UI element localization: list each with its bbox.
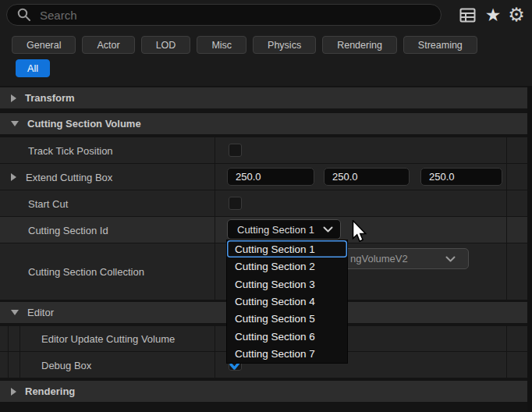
indent-guide (20, 326, 20, 351)
settings-gear-icon[interactable]: ⚙ (505, 0, 527, 30)
dropdown-option-4[interactable]: Cutting Section 4 (227, 293, 347, 310)
row-start-cut: Start Cut (0, 190, 527, 216)
chevron-down-icon (323, 226, 333, 233)
dropdown-option-2[interactable]: Cutting Section 2 (227, 258, 347, 275)
extend-z-field[interactable] (420, 168, 502, 186)
cutting-section-id-dropdown[interactable]: Cutting Section 1 (227, 219, 341, 240)
property-label: Start Cut (28, 197, 68, 209)
category-label: Cutting Section Volume (27, 118, 141, 130)
column-divider (215, 217, 215, 243)
table-view-icon[interactable] (457, 0, 477, 30)
cutting-section-id-dropdown-list: Cutting Section 1 Cutting Section 2 Cutt… (226, 240, 348, 364)
filter-misc[interactable]: Misc (197, 36, 246, 54)
dropdown-option-7[interactable]: Cutting Section 7 (227, 346, 347, 363)
column-divider (215, 326, 215, 351)
category-header-rendering[interactable]: Rendering (0, 381, 527, 402)
indent-guide (8, 326, 9, 351)
property-label: Extend Cutting Box (26, 171, 112, 183)
scrollbar-track[interactable] (527, 86, 532, 412)
property-label: Track Tick Position (28, 144, 113, 156)
collapsed-arrow-icon (11, 94, 16, 102)
dropdown-option-3[interactable]: Cutting Section 3 (227, 275, 347, 293)
column-divider (215, 352, 215, 378)
expanded-arrow-icon (11, 121, 19, 126)
start-cut-checkbox[interactable] (229, 197, 242, 210)
column-divider (506, 352, 507, 378)
dropdown-option-1[interactable]: Cutting Section 1 (227, 240, 347, 258)
dropdown-option-6[interactable]: Cutting Section 6 (227, 328, 347, 345)
property-label: Editor Update Cutting Volume (41, 333, 175, 345)
filter-rendering[interactable]: Rendering (322, 36, 397, 54)
column-divider (506, 190, 507, 216)
collapsed-arrow-icon[interactable] (11, 173, 16, 181)
column-divider (506, 326, 507, 351)
search-input[interactable] (38, 8, 430, 23)
favorites-star-icon[interactable]: ★ (482, 0, 504, 30)
property-label: Cutting Section Collection (28, 266, 144, 278)
category-header-cutting-section-volume[interactable]: Cutting Section Volume (0, 113, 527, 134)
category-label: Transform (25, 92, 75, 104)
property-label: Cutting Section Id (28, 224, 108, 236)
details-panel-window: ★ ⚙ General Actor LOD Misc Physics Rende… (0, 0, 532, 412)
category-filter-bar: General Actor LOD Misc Physics Rendering… (12, 36, 477, 54)
chevron-down-icon (445, 256, 456, 262)
column-divider (506, 164, 507, 190)
extend-x-field[interactable] (227, 168, 314, 186)
row-track-tick-position: Track Tick Position (0, 137, 527, 163)
column-divider (215, 190, 215, 216)
indent-guide (20, 352, 20, 378)
indent-guide (8, 352, 9, 378)
column-divider (506, 217, 507, 243)
column-divider (215, 164, 215, 190)
filter-general[interactable]: General (12, 36, 76, 54)
property-label: Debug Box (41, 359, 91, 371)
column-divider (506, 243, 507, 300)
filter-actor[interactable]: Actor (82, 36, 134, 54)
expanded-arrow-icon (11, 310, 19, 315)
category-label: Rendering (25, 385, 75, 397)
dropdown-value: ngVolumeV2 (350, 253, 408, 265)
track-tick-position-checkbox[interactable] (229, 144, 242, 157)
filter-streaming[interactable]: Streaming (403, 36, 477, 54)
search-bar (6, 4, 442, 26)
extend-y-field[interactable] (324, 168, 410, 186)
column-divider (215, 243, 215, 300)
category-label: Editor (27, 307, 54, 318)
dropdown-value: Cutting Section 1 (237, 224, 314, 236)
filter-lod[interactable]: LOD (141, 36, 191, 54)
search-icon (17, 8, 31, 22)
column-divider (506, 137, 507, 163)
category-header-transform[interactable]: Transform (0, 87, 527, 108)
dropdown-option-5[interactable]: Cutting Section 5 (227, 311, 347, 328)
collapsed-arrow-icon (11, 388, 16, 396)
column-divider (215, 137, 215, 163)
filter-physics[interactable]: Physics (253, 36, 316, 54)
filter-all[interactable]: All (16, 59, 50, 77)
